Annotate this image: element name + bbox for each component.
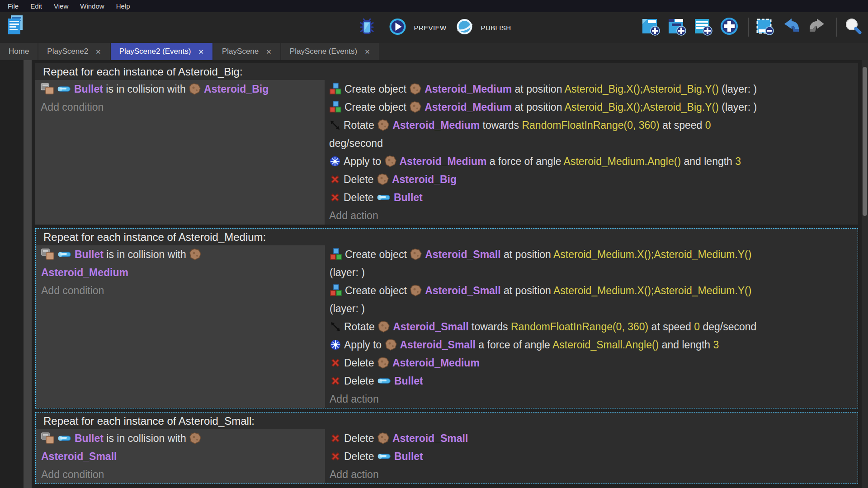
force-icon bbox=[329, 155, 341, 167]
asteroid-icon bbox=[410, 284, 422, 297]
add-event-button[interactable] bbox=[641, 19, 663, 36]
toolbar-separator bbox=[748, 18, 749, 37]
menu-item-view[interactable]: View bbox=[48, 0, 74, 12]
delete-icon bbox=[329, 174, 341, 185]
expression: Asteroid_Medium.Angle() bbox=[564, 155, 681, 167]
search-button[interactable] bbox=[844, 19, 865, 36]
asteroid-icon bbox=[189, 248, 202, 261]
add-action-button[interactable]: Add action bbox=[330, 465, 858, 483]
toolbar-right bbox=[641, 18, 865, 37]
redo-button[interactable] bbox=[808, 19, 830, 36]
tab-label: PlayScene bbox=[222, 47, 259, 56]
events-list: Repeat for each instance of Asteroid_Big… bbox=[35, 63, 858, 488]
redo-icon bbox=[808, 17, 827, 36]
event-header[interactable]: Repeat for each instance of Asteroid_Big… bbox=[35, 63, 858, 80]
collision-icon bbox=[41, 432, 55, 444]
action-row[interactable]: Delete Asteroid_Big bbox=[329, 170, 858, 188]
expression: 0 bbox=[705, 119, 711, 131]
row-line: Create object Asteroid_Small at position… bbox=[330, 245, 858, 263]
tab-playscene-events[interactable]: PlayScene (Events)✕ bbox=[281, 43, 379, 60]
event-block: Repeat for each instance of Asteroid_Big… bbox=[35, 63, 858, 225]
rotate-icon bbox=[329, 119, 341, 131]
preview-button[interactable]: PREVIEW bbox=[389, 19, 447, 36]
row-line: (layer: ) bbox=[330, 300, 858, 318]
tab-close-icon[interactable]: ✕ bbox=[364, 48, 370, 55]
menu-item-edit[interactable]: Edit bbox=[24, 0, 48, 12]
row-line: Apply to Asteroid_Medium a force of angl… bbox=[329, 152, 858, 170]
condition-row[interactable]: Bullet is in collision with Asteroid_Med… bbox=[41, 245, 325, 282]
add-circle-button[interactable] bbox=[720, 19, 741, 36]
object-name: Asteroid_Medium bbox=[41, 267, 128, 278]
event-header[interactable]: Repeat for each instance of Asteroid_Sma… bbox=[36, 413, 858, 429]
text-segment: and length bbox=[659, 339, 713, 351]
expression: Asteroid_Medium.X();Asteroid_Medium.Y() bbox=[553, 285, 751, 296]
add-condition-button[interactable]: Add condition bbox=[41, 465, 325, 483]
menu-item-file[interactable]: File bbox=[2, 0, 24, 12]
add-condition-button[interactable]: Add condition bbox=[41, 282, 325, 300]
add-comment-button[interactable] bbox=[693, 19, 715, 36]
delete-icon bbox=[330, 450, 341, 462]
object-name: Asteroid_Small bbox=[425, 285, 500, 296]
action-row[interactable]: Delete Bullet bbox=[330, 447, 858, 465]
action-row[interactable]: Delete Bullet bbox=[330, 372, 858, 390]
publish-label: PUBLISH bbox=[481, 24, 511, 32]
text-segment: (layer: ) bbox=[330, 303, 365, 314]
text-segment: towards bbox=[480, 119, 522, 131]
text-segment: Apply to bbox=[344, 339, 385, 351]
add-action-button[interactable]: Add action bbox=[329, 206, 858, 225]
menu-item-window[interactable]: Window bbox=[74, 0, 110, 12]
asteroid-icon bbox=[377, 173, 389, 186]
delete-selection-button[interactable] bbox=[755, 19, 777, 36]
action-row[interactable]: Rotate Asteroid_Small towards RandomFloa… bbox=[330, 318, 858, 336]
delete-selection-icon bbox=[755, 17, 774, 36]
action-row[interactable]: Apply to Asteroid_Medium a force of angl… bbox=[329, 152, 858, 170]
menu-item-help[interactable]: Help bbox=[110, 0, 136, 12]
event-header[interactable]: Repeat for each instance of Asteroid_Med… bbox=[36, 229, 858, 245]
object-name: Bullet bbox=[394, 450, 423, 462]
tab-label: PlayScene2 (Events) bbox=[119, 47, 191, 56]
object-name: Bullet bbox=[74, 83, 103, 95]
action-row[interactable]: Apply to Asteroid_Small a force of angle… bbox=[330, 336, 858, 354]
publish-button[interactable]: PUBLISH bbox=[455, 19, 511, 36]
create-icon bbox=[329, 83, 342, 95]
action-row[interactable]: Create object Asteroid_Medium at positio… bbox=[329, 98, 858, 116]
event-body: Bullet is in collision with Asteroid_Med… bbox=[36, 245, 858, 408]
expression: Asteroid_Small.Angle() bbox=[552, 339, 659, 351]
text-segment: Create object bbox=[344, 101, 409, 113]
bullet-icon bbox=[57, 85, 71, 93]
action-row[interactable]: Create object Asteroid_Small at position… bbox=[330, 245, 858, 282]
tab-home[interactable]: Home bbox=[0, 43, 38, 60]
tab-playscene2[interactable]: PlayScene2✕ bbox=[38, 43, 109, 60]
tab-label: PlayScene2 bbox=[47, 47, 88, 56]
tab-close-icon[interactable]: ✕ bbox=[95, 48, 101, 55]
condition-row[interactable]: Bullet is in collision with Asteroid_Sma… bbox=[41, 429, 325, 465]
vertical-scrollbar[interactable] bbox=[862, 60, 868, 488]
add-action-button[interactable]: Add action bbox=[330, 390, 858, 408]
tab-close-icon[interactable]: ✕ bbox=[198, 48, 204, 55]
action-row[interactable]: Create object Asteroid_Medium at positio… bbox=[329, 80, 858, 98]
tab-playscene2-events[interactable]: PlayScene2 (Events)✕ bbox=[111, 43, 212, 60]
action-row[interactable]: Rotate Asteroid_Medium towards RandomFlo… bbox=[329, 116, 858, 152]
add-subevent-button[interactable] bbox=[667, 19, 689, 36]
action-row[interactable]: Create object Asteroid_Small at position… bbox=[330, 282, 858, 318]
action-row[interactable]: Delete Asteroid_Medium bbox=[330, 354, 858, 372]
scrollbar-thumb[interactable] bbox=[863, 67, 867, 216]
debug-button[interactable] bbox=[357, 19, 380, 37]
expression: RandomFloatInRange(0, 360) bbox=[522, 119, 659, 131]
undo-button[interactable] bbox=[782, 19, 803, 36]
create-icon bbox=[329, 101, 342, 113]
collision-icon bbox=[41, 249, 55, 260]
tab-close-icon[interactable]: ✕ bbox=[266, 48, 272, 55]
actions-column: Create object Asteroid_Small at position… bbox=[325, 245, 858, 408]
delete-icon bbox=[330, 432, 341, 444]
expression: RandomFloatInRange(0, 360) bbox=[511, 321, 648, 333]
bullet-icon bbox=[57, 251, 72, 258]
tab-playscene[interactable]: PlayScene✕ bbox=[213, 43, 280, 60]
project-manager-button[interactable] bbox=[6, 17, 27, 35]
object-name: Asteroid_Medium bbox=[392, 357, 480, 369]
menu-bar: FileEditViewWindowHelp bbox=[0, 0, 868, 12]
action-row[interactable]: Delete Asteroid_Small bbox=[330, 429, 858, 447]
condition-row[interactable]: Bullet is in collision with Asteroid_Big bbox=[41, 80, 325, 98]
add-condition-button[interactable]: Add condition bbox=[41, 98, 325, 116]
action-row[interactable]: Delete Bullet bbox=[329, 188, 858, 206]
